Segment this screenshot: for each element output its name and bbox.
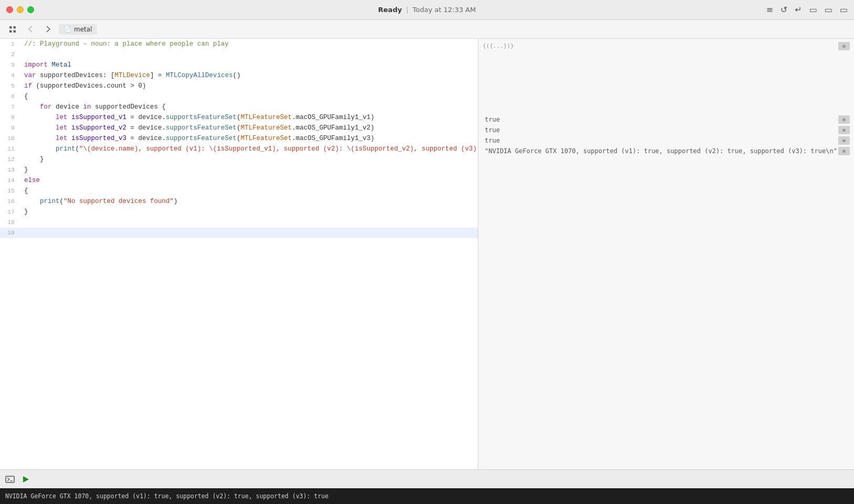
list-view-icon[interactable]: ≡ [766, 5, 773, 15]
console-text: NVIDIA GeForce GTX 1070, supported (v1):… [5, 492, 328, 500]
bottom-toolbar [0, 469, 854, 488]
svg-marker-6 [23, 476, 29, 482]
result-line-8: true ⊞ [478, 114, 854, 125]
enter-icon[interactable]: ↵ [795, 5, 802, 15]
code-line-19: 19 [0, 228, 478, 238]
file-tab[interactable]: 📄 metal [59, 24, 97, 35]
result-icon-11[interactable]: ⊞ [838, 147, 850, 155]
code-line-4: 4 var supportedDevices: [MTLDevice] = MT… [0, 70, 478, 81]
debug-console-button[interactable] [4, 474, 16, 485]
code-line-10: 10 let isSupported_v3 = device.supportsF… [0, 133, 478, 144]
code-line-11: 11 print("\(device.name), supported (v1)… [0, 144, 478, 154]
code-editor[interactable]: 1 //: Playground – noun: a place where p… [0, 39, 478, 469]
grid-button[interactable] [5, 23, 20, 36]
code-line-6: 6 { [0, 91, 478, 102]
minimize-button[interactable] [17, 6, 24, 13]
result-line-11: "NVIDIA GeForce GTX 1070, supported (v1)… [478, 146, 854, 156]
results-panel: {({...})} ⊞ true ⊞ true ⊞ true ⊞ "NVIDIA… [478, 39, 854, 469]
toolbar: 📄 metal [0, 20, 854, 39]
code-line-17: 17 } [0, 207, 478, 217]
title-separator: | [406, 6, 408, 14]
timestamp-label: Today at 12:33 AM [413, 6, 476, 14]
result-icon-placeholder[interactable]: ⊞ [838, 42, 850, 50]
result-icon-10[interactable]: ⊞ [838, 136, 850, 145]
code-line-15: 15 { [0, 186, 478, 196]
forward-button[interactable] [41, 23, 56, 36]
result-value-10: true [483, 135, 838, 146]
titlebar: Ready | Today at 12:33 AM ≡ ↺ ↵ ▭ ▭ ▭ [0, 0, 854, 20]
code-line-7: 7 for device in supportedDevices { [0, 102, 478, 112]
fullscreen-button[interactable] [27, 6, 34, 13]
console-output: NVIDIA GeForce GTX 1070, supported (v1):… [0, 488, 854, 504]
result-line-9: true ⊞ [478, 125, 854, 135]
svg-rect-3 [14, 30, 16, 33]
code-line-5: 5 if (supportedDevices.count > 0) [0, 81, 478, 91]
result-placeholder-line: {({...})} ⊞ [478, 39, 854, 51]
code-line-2: 2 [0, 49, 478, 60]
title-center: Ready | Today at 12:33 AM [378, 6, 476, 14]
code-line-18: 18 [0, 217, 478, 228]
code-line-16: 16 print("No supported devices found") [0, 196, 478, 207]
close-button[interactable] [6, 6, 13, 13]
code-line-14: 14 else [0, 175, 478, 186]
code-line-13: 13 } [0, 165, 478, 175]
code-line-12: 12 } [0, 154, 478, 165]
panel1-icon[interactable]: ▭ [809, 5, 817, 15]
code-line-9: 9 let isSupported_v2 = device.supportsFe… [0, 123, 478, 133]
result-value-8: true [483, 114, 838, 125]
refresh-icon[interactable]: ↺ [781, 5, 787, 15]
back-button[interactable] [23, 23, 38, 36]
result-value-11: "NVIDIA GeForce GTX 1070, supported (v1)… [483, 146, 838, 156]
main-content: 1 //: Playground – noun: a place where p… [0, 39, 854, 469]
code-line-3: 3 import Metal [0, 60, 478, 70]
svg-rect-2 [9, 30, 12, 33]
filename-label: metal [74, 26, 92, 33]
svg-rect-0 [9, 26, 12, 29]
run-button[interactable] [20, 474, 31, 485]
svg-rect-1 [14, 26, 16, 29]
file-icon: 📄 [64, 26, 71, 33]
result-line-10: true ⊞ [478, 135, 854, 146]
panel3-icon[interactable]: ▭ [840, 5, 848, 15]
traffic-lights [6, 6, 34, 13]
titlebar-right: ≡ ↺ ↵ ▭ ▭ ▭ [766, 5, 848, 15]
code-line-1: 1 //: Playground – noun: a place where p… [0, 39, 478, 49]
result-value-9: true [483, 125, 838, 135]
result-icon-8[interactable]: ⊞ [838, 115, 850, 124]
result-placeholder: {({...})} [483, 41, 514, 51]
code-line-8: 8 let isSupported_v1 = device.supportsFe… [0, 112, 478, 123]
status-label: Ready [378, 6, 402, 14]
panel2-icon[interactable]: ▭ [825, 5, 832, 15]
result-icon-9[interactable]: ⊞ [838, 126, 850, 134]
